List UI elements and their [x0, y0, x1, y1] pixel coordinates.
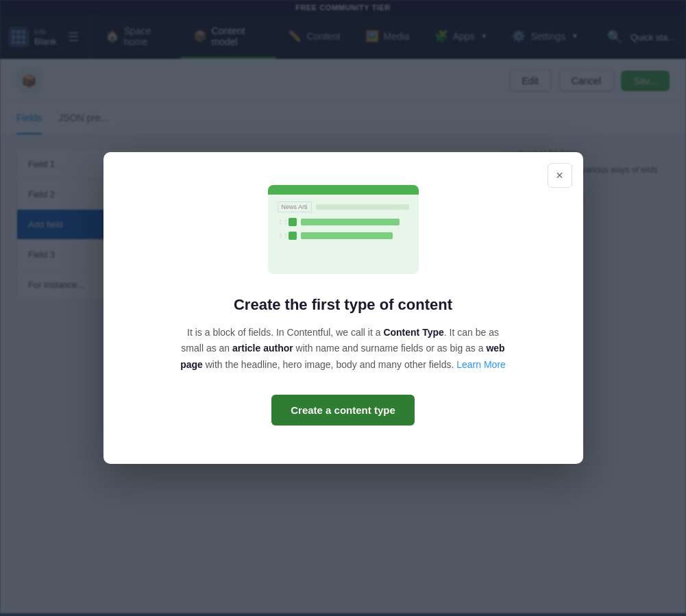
- illustration-bar-2: [301, 232, 393, 239]
- close-icon: ×: [556, 169, 563, 183]
- modal-title: Create the first type of content: [142, 296, 545, 314]
- illustration-input-fill: [316, 204, 409, 210]
- illustration-body: News Arti ⋮⋮ ⋮⋮: [268, 195, 419, 252]
- modal-desc-3: with name and surname fields or as big a…: [293, 343, 487, 354]
- learn-more-link[interactable]: Learn More: [456, 359, 506, 370]
- modal-desc-1: It is a block of fields. In Contentful, …: [187, 327, 383, 338]
- field-type-icon: [289, 218, 297, 226]
- illustration-input-text: News Arti: [281, 204, 307, 210]
- drag-icon-2: ⋮⋮: [278, 232, 284, 239]
- modal-illustration: News Arti ⋮⋮ ⋮⋮: [268, 185, 419, 274]
- illustration-field-row-1: ⋮⋮: [278, 218, 409, 226]
- drag-icon: ⋮⋮: [278, 219, 284, 225]
- modal: × News Arti ⋮⋮ ⋮⋮: [103, 152, 583, 463]
- modal-description: It is a block of fields. In Contentful, …: [179, 325, 508, 372]
- modal-article-author-label: article author: [232, 343, 293, 354]
- modal-close-button[interactable]: ×: [548, 163, 572, 188]
- modal-overlay: × News Arti ⋮⋮ ⋮⋮: [0, 0, 686, 616]
- illustration-input: News Arti: [278, 201, 312, 212]
- modal-content-type-label: Content Type: [383, 327, 443, 338]
- modal-desc-4: with the headline, hero image, body and …: [203, 359, 456, 370]
- illustration-bar-1: [301, 219, 400, 225]
- illustration-header-bar: [268, 185, 419, 195]
- illustration-input-row: News Arti: [278, 201, 409, 212]
- field-type-icon-2: [289, 232, 297, 240]
- create-content-type-button[interactable]: Create a content type: [271, 395, 415, 426]
- illustration-field-row-2: ⋮⋮: [278, 232, 409, 240]
